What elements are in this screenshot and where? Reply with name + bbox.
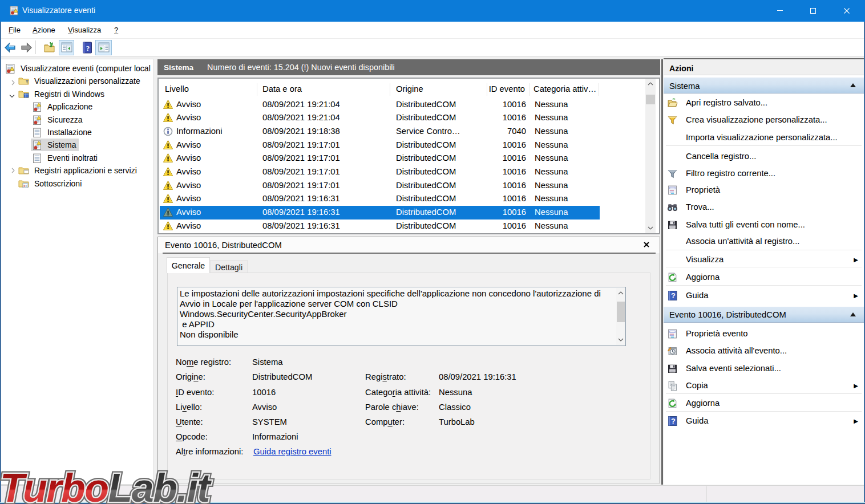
svg-text:?: ? (86, 44, 90, 52)
svg-text:?: ? (671, 292, 676, 300)
svg-text:?: ? (671, 417, 676, 425)
svg-text:TurboLab.it: TurboLab.it (0, 467, 212, 504)
